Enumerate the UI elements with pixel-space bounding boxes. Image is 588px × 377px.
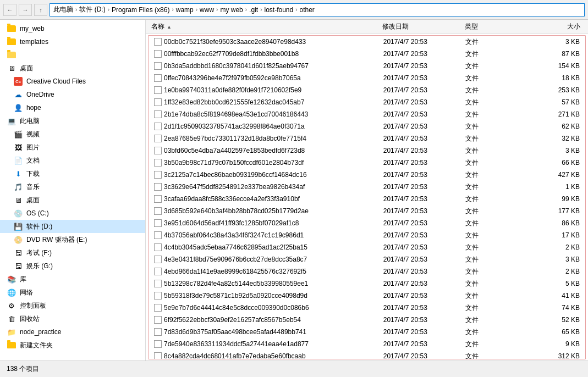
table-row[interactable]: 8c4a882cda4dc680141afb7e7edaba5e60fbcaab…	[149, 350, 585, 359]
sidebar-item-entertain[interactable]: 🖫 娱乐 (G:)	[0, 259, 145, 273]
file-type: 文件	[465, 279, 531, 289]
table-row[interactable]: 03bfd60c5e4dba7a4402597e1853bedfd6f723d8…	[149, 145, 585, 157]
sidebar-item-node[interactable]: 📁 node_practice	[0, 325, 145, 339]
table-row[interactable]: 3b50a9b98c71d79c07b150fccdf601e2804b73df…	[149, 157, 585, 169]
file-date: 2017/4/7 20:53	[383, 123, 465, 130]
table-row[interactable]: 7de5940e8363311934ddcf5a27441eaa4e1ad877…	[149, 338, 585, 350]
file-name: 3e951d6064d56adf41ff93fc1285bf07029af1c8	[149, 219, 383, 227]
file-date: 2017/4/7 20:53	[383, 171, 465, 179]
file-icon	[154, 98, 162, 106]
file-date: 2017/4/7 20:53	[383, 183, 465, 191]
sidebar-label: 文档	[26, 156, 40, 165]
table-row[interactable]: 4ebd966da1f41e9ae8999c618425576c327692f5…	[149, 265, 585, 278]
library-icon: 📚	[7, 274, 17, 284]
video-icon: 🎬	[13, 129, 23, 139]
file-size: 57 KB	[531, 98, 585, 106]
sidebar-item-recycle[interactable]: 🗑 回收站	[0, 312, 145, 325]
file-type: 文件	[465, 291, 531, 301]
file-name: 00fffbbcab92ec62f7709de8df1fdbb3bbe001b8	[149, 50, 383, 58]
sidebar-label: OneDrive	[26, 91, 54, 98]
sidebar-item-creative-cloud[interactable]: Cc Creative Cloud Files	[0, 75, 145, 88]
sidebar-label: hope	[26, 104, 41, 112]
sidebar-item-library[interactable]: 📚 库	[0, 273, 145, 286]
sidebar-item-exam[interactable]: 🖫 考试 (F:)	[0, 246, 145, 259]
col-header-date[interactable]: 修改日期	[382, 22, 465, 31]
table-row[interactable]: 00fffbbcab92ec62f7709de8df1fdbb3bbe001b8…	[149, 48, 585, 60]
file-type: 文件	[465, 303, 531, 313]
table-row[interactable]: 7d83d6d9b375af05aac498bcee5afad4489bb741…	[149, 326, 585, 338]
col-header-size[interactable]: 大小	[531, 22, 586, 31]
breadcrumb-wamp: wamp	[176, 6, 194, 14]
sidebar-item-new-folder[interactable]: 新建文件夹	[0, 339, 145, 352]
file-icon	[154, 38, 162, 46]
table-row[interactable]: 0ffec70843296be4e7f2f979fb0592ce98b7065a…	[149, 72, 585, 84]
sidebar-item-desktop[interactable]: 🖥 桌面	[0, 62, 145, 75]
file-name: 4b37056abf064c38a43a34f6f3247c1c19c986d1	[149, 231, 383, 239]
back-button[interactable]: ←	[3, 4, 17, 16]
breadcrumb-other: other	[300, 6, 315, 14]
table-row[interactable]: 4c4bb3045adc5ebaa7746c62895ad1ac2f25ba15…	[149, 241, 585, 253]
table-row[interactable]: 4b37056abf064c38a43a34f6f3247c1c19c986d1…	[149, 229, 585, 241]
file-date: 2017/4/7 20:53	[383, 268, 465, 275]
up-button[interactable]: ↑	[34, 4, 47, 16]
sidebar-item-music[interactable]: 🎵 音乐	[0, 180, 145, 193]
file-type: 文件	[465, 158, 531, 168]
col-header-type[interactable]: 类型	[465, 22, 531, 31]
sidebar-item-hope[interactable]: 👤 hope	[0, 101, 145, 114]
col-header-name[interactable]: 名称 ▲	[146, 22, 382, 31]
toolbar: ← → ↑ 此电脑 › 软件 (D:) › Program Files (x86…	[0, 0, 588, 20]
sidebar-item-myweb[interactable]: my_web	[0, 22, 145, 35]
address-bar[interactable]: 此电脑 › 软件 (D:) › Program Files (x86) › wa…	[50, 3, 585, 16]
file-size: 62 KB	[531, 123, 585, 130]
file-date: 2017/4/7 20:53	[383, 159, 465, 167]
sidebar-label: DVD RW 驱动器 (E:)	[26, 235, 87, 245]
table-row[interactable]: 4e3e0431f8bd75e909676b6ccb27de8dcc35a8c7…	[149, 253, 585, 265]
file-icon	[154, 280, 162, 287]
file-name: 7d83d6d9b375af05aac498bcee5afad4489bb741	[149, 328, 383, 336]
file-icon	[154, 123, 162, 130]
file-type: 文件	[465, 74, 531, 83]
file-type: 文件	[465, 49, 531, 59]
sidebar-item-dvd[interactable]: 📀 DVD RW 驱动器 (E:)	[0, 233, 145, 246]
sidebar-item-images[interactable]: 🖼 图片	[0, 141, 145, 154]
file-date: 2017/4/7 20:53	[383, 328, 465, 336]
table-row[interactable]: 5b59318f3de79c5871c1b92d5a0920cce4098d9d…	[149, 290, 585, 302]
file-type: 文件	[465, 207, 531, 216]
pc-icon: 💻	[7, 116, 17, 126]
table-row[interactable]: 1ff32e83ed82bbb0cd621555fe12632dac045ab7…	[149, 96, 585, 108]
table-row[interactable]: 2d1f1c95090323785741ac32998f864ae0f3071a…	[149, 120, 585, 132]
table-row[interactable]: 2b1e74dba8c5f8194698ea453e1cd70046186443…	[149, 108, 585, 120]
table-row[interactable]: 3c3629e647f5ddf82548912e337bea9826b434af…	[149, 181, 585, 193]
file-type: 文件	[465, 170, 531, 180]
file-size: 427 KB	[531, 171, 585, 179]
sidebar-item-blank[interactable]	[0, 48, 145, 62]
sidebar-item-templates[interactable]: templates	[0, 35, 145, 48]
sidebar-item-network[interactable]: 🌐 网络	[0, 286, 145, 299]
control-icon: ⚙	[7, 301, 17, 311]
sidebar-label: 网络	[20, 288, 33, 297]
table-row[interactable]: 3e951d6064d56adf41ff93fc1285bf07029af1c8…	[149, 217, 585, 229]
sidebar-item-drive-d[interactable]: 💾 软件 (D:)	[0, 220, 145, 233]
table-row[interactable]: 3d685b592e640b3af4bb28bb78cd025b1779d2ae…	[149, 205, 585, 217]
table-row[interactable]: 0b3da5addbbd1680c3978041d601f825aeb94767…	[149, 60, 585, 72]
sidebar-item-video[interactable]: 🎬 视频	[0, 127, 145, 141]
sidebar-item-thispc[interactable]: 💻 此电脑	[0, 114, 145, 127]
table-row[interactable]: 3c2125a7c14bec86baeb093199b6ccf14684dc16…	[149, 169, 585, 181]
table-row[interactable]: 2ea87685e97bdc733011732d18da8bc0fe7715f4…	[149, 132, 585, 145]
sidebar-item-docs[interactable]: 📄 文档	[0, 154, 145, 167]
forward-button[interactable]: →	[19, 4, 32, 16]
table-row[interactable]: 3cafaa69daa8fc588c336ecce4a2ef33f3a910bf…	[149, 193, 585, 205]
table-row[interactable]: 5e9e7b7d6e44414c84e5c8dcce009390d0c086b6…	[149, 302, 585, 314]
table-row[interactable]: 00db0c7521f30efe9503c3aace2e89407e98d433…	[149, 36, 585, 48]
table-row[interactable]: 5b13298c782d4fe4a82c5144ed5b339980559ee1…	[149, 278, 585, 290]
sidebar-label: 视频	[26, 130, 40, 139]
table-row[interactable]: 6f92f5622ebbcf30a9ef2e16257afc8567b5eb54…	[149, 314, 585, 326]
sidebar-item-desktop2[interactable]: 🖥 桌面	[0, 193, 145, 207]
file-date: 2017/4/7 20:53	[383, 38, 465, 46]
sidebar-item-drive-c[interactable]: 💿 OS (C:)	[0, 207, 145, 220]
sidebar-item-downloads[interactable]: ⬇ 下载	[0, 167, 145, 180]
sidebar-item-control[interactable]: ⚙ 控制面板	[0, 299, 145, 312]
sidebar-item-onedrive[interactable]: ☁ OneDrive	[0, 88, 145, 101]
sidebar-label: 回收站	[20, 314, 40, 324]
table-row[interactable]: 1e0ba99740311a0dfe882f0fde91f7210602f5e9…	[149, 84, 585, 96]
